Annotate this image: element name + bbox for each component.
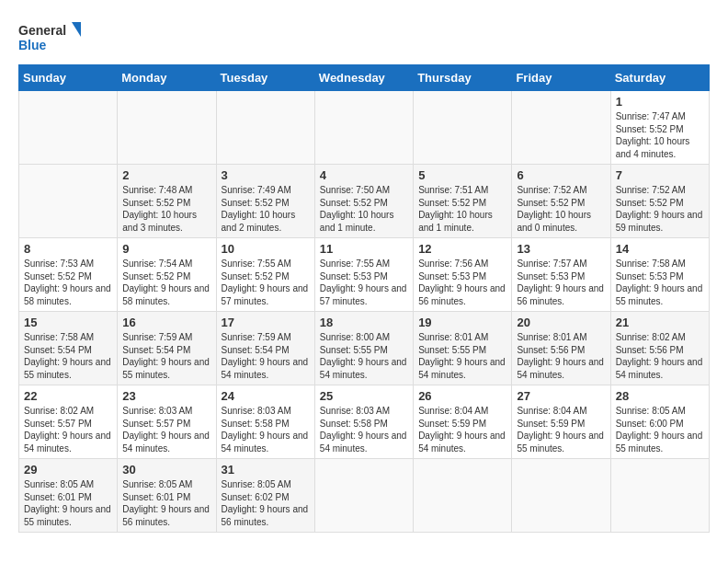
day-info: Sunrise: 7:47 AMSunset: 5:52 PMDaylight:…: [616, 110, 704, 160]
day-number: 14: [616, 242, 704, 256]
day-info: Sunrise: 7:52 AMSunset: 5:52 PMDaylight:…: [517, 184, 605, 234]
calendar-cell: [19, 165, 118, 238]
calendar-cell: 16Sunrise: 7:59 AMSunset: 5:54 PMDayligh…: [118, 312, 216, 385]
calendar-cell: 11Sunrise: 7:55 AMSunset: 5:53 PMDayligh…: [314, 238, 413, 312]
calendar-cell: 21Sunrise: 8:02 AMSunset: 5:56 PMDayligh…: [610, 312, 709, 385]
day-info: Sunrise: 8:05 AMSunset: 6:01 PMDaylight:…: [24, 478, 112, 528]
calendar-cell: 6Sunrise: 7:52 AMSunset: 5:52 PMDaylight…: [512, 165, 610, 238]
calendar-row: 29Sunrise: 8:05 AMSunset: 6:01 PMDayligh…: [19, 459, 710, 533]
calendar-cell: 7Sunrise: 7:52 AMSunset: 5:52 PMDaylight…: [610, 165, 709, 238]
day-number: 20: [517, 316, 605, 329]
calendar-cell: [414, 459, 512, 533]
calendar-cell: 24Sunrise: 8:03 AMSunset: 5:58 PMDayligh…: [216, 385, 314, 459]
day-number: 22: [24, 389, 112, 403]
day-number: 25: [320, 389, 408, 403]
calendar-cell: [512, 459, 610, 533]
day-info: Sunrise: 7:50 AMSunset: 5:52 PMDaylight:…: [320, 184, 408, 234]
calendar-cell: 5Sunrise: 7:51 AMSunset: 5:52 PMDaylight…: [414, 165, 512, 238]
calendar-cell: 27Sunrise: 8:04 AMSunset: 5:59 PMDayligh…: [512, 385, 610, 459]
day-number: 6: [517, 168, 605, 182]
calendar-cell: 20Sunrise: 8:01 AMSunset: 5:56 PMDayligh…: [512, 312, 610, 385]
day-info: Sunrise: 8:00 AMSunset: 5:55 PMDaylight:…: [320, 331, 408, 381]
calendar-cell: 25Sunrise: 8:03 AMSunset: 5:58 PMDayligh…: [314, 385, 413, 459]
col-header-sunday: Sunday: [19, 65, 118, 91]
logo: General Blue: [18, 18, 83, 55]
day-info: Sunrise: 8:02 AMSunset: 5:56 PMDaylight:…: [616, 331, 704, 381]
calendar-cell: 18Sunrise: 8:00 AMSunset: 5:55 PMDayligh…: [314, 312, 413, 385]
day-number: 23: [122, 389, 210, 403]
calendar-cell: 12Sunrise: 7:56 AMSunset: 5:53 PMDayligh…: [414, 238, 512, 312]
col-header-friday: Friday: [512, 65, 610, 91]
day-info: Sunrise: 7:56 AMSunset: 5:53 PMDaylight:…: [418, 258, 506, 307]
day-number: 30: [122, 463, 210, 477]
calendar-cell: 26Sunrise: 8:04 AMSunset: 5:59 PMDayligh…: [414, 385, 512, 459]
day-number: 7: [616, 168, 704, 182]
calendar-cell: 31Sunrise: 8:05 AMSunset: 6:02 PMDayligh…: [216, 459, 314, 533]
calendar-cell: 14Sunrise: 7:58 AMSunset: 5:53 PMDayligh…: [610, 238, 709, 312]
day-number: 10: [222, 242, 310, 256]
day-info: Sunrise: 7:59 AMSunset: 5:54 PMDaylight:…: [122, 331, 210, 381]
day-info: Sunrise: 7:57 AMSunset: 5:53 PMDaylight:…: [517, 258, 605, 307]
day-info: Sunrise: 8:04 AMSunset: 5:59 PMDaylight:…: [517, 405, 605, 454]
logo-svg: General Blue: [18, 18, 83, 55]
calendar-cell: 19Sunrise: 8:01 AMSunset: 5:55 PMDayligh…: [414, 312, 512, 385]
calendar-cell: [414, 91, 512, 165]
day-number: 24: [222, 389, 310, 403]
day-info: Sunrise: 8:05 AMSunset: 6:00 PMDaylight:…: [616, 405, 704, 454]
day-number: 12: [418, 242, 506, 256]
calendar-cell: [216, 91, 314, 165]
calendar-row: 15Sunrise: 7:58 AMSunset: 5:54 PMDayligh…: [19, 312, 710, 385]
day-info: Sunrise: 8:03 AMSunset: 5:58 PMDaylight:…: [222, 405, 310, 454]
col-header-wednesday: Wednesday: [314, 65, 413, 91]
day-number: 1: [616, 95, 704, 109]
calendar-cell: [118, 91, 216, 165]
page-header: General Blue: [18, 18, 710, 55]
day-info: Sunrise: 7:58 AMSunset: 5:54 PMDaylight:…: [24, 331, 112, 381]
day-number: 31: [222, 463, 310, 477]
calendar-cell: 28Sunrise: 8:05 AMSunset: 6:00 PMDayligh…: [610, 385, 709, 459]
calendar-cell: [314, 459, 413, 533]
day-info: Sunrise: 7:52 AMSunset: 5:52 PMDaylight:…: [616, 184, 704, 234]
calendar-table: SundayMondayTuesdayWednesdayThursdayFrid…: [18, 64, 710, 533]
day-info: Sunrise: 7:54 AMSunset: 5:52 PMDaylight:…: [122, 258, 210, 307]
day-number: 15: [24, 316, 112, 329]
day-info: Sunrise: 7:53 AMSunset: 5:52 PMDaylight:…: [24, 258, 112, 307]
day-info: Sunrise: 7:49 AMSunset: 5:52 PMDaylight:…: [222, 184, 310, 234]
day-number: 21: [616, 316, 704, 329]
day-number: 3: [222, 168, 310, 182]
day-info: Sunrise: 7:55 AMSunset: 5:53 PMDaylight:…: [320, 258, 408, 307]
day-info: Sunrise: 8:05 AMSunset: 6:02 PMDaylight:…: [222, 478, 310, 528]
day-number: 29: [24, 463, 112, 477]
calendar-row: 2Sunrise: 7:48 AMSunset: 5:52 PMDaylight…: [19, 165, 710, 238]
calendar-cell: 23Sunrise: 8:03 AMSunset: 5:57 PMDayligh…: [118, 385, 216, 459]
day-info: Sunrise: 8:03 AMSunset: 5:57 PMDaylight:…: [122, 405, 210, 454]
day-number: 27: [517, 389, 605, 403]
day-info: Sunrise: 8:05 AMSunset: 6:01 PMDaylight:…: [122, 478, 210, 528]
col-header-thursday: Thursday: [414, 65, 512, 91]
day-number: 4: [320, 168, 408, 182]
header-row: SundayMondayTuesdayWednesdayThursdayFrid…: [19, 65, 710, 91]
day-number: 26: [418, 389, 506, 403]
day-number: 2: [122, 168, 210, 182]
col-header-monday: Monday: [118, 65, 216, 91]
day-number: 8: [24, 242, 112, 256]
day-number: 11: [320, 242, 408, 256]
calendar-cell: [610, 459, 709, 533]
day-number: 17: [222, 316, 310, 329]
calendar-cell: [19, 91, 118, 165]
calendar-cell: 9Sunrise: 7:54 AMSunset: 5:52 PMDaylight…: [118, 238, 216, 312]
day-number: 9: [122, 242, 210, 256]
calendar-cell: [314, 91, 413, 165]
day-number: 5: [418, 168, 506, 182]
col-header-saturday: Saturday: [610, 65, 709, 91]
day-number: 28: [616, 389, 704, 403]
day-info: Sunrise: 7:58 AMSunset: 5:53 PMDaylight:…: [616, 258, 704, 307]
calendar-cell: 22Sunrise: 8:02 AMSunset: 5:57 PMDayligh…: [19, 385, 118, 459]
day-info: Sunrise: 7:51 AMSunset: 5:52 PMDaylight:…: [418, 184, 506, 234]
calendar-cell: [512, 91, 610, 165]
col-header-tuesday: Tuesday: [216, 65, 314, 91]
svg-text:General: General: [18, 23, 66, 38]
calendar-cell: 29Sunrise: 8:05 AMSunset: 6:01 PMDayligh…: [19, 459, 118, 533]
day-number: 16: [122, 316, 210, 329]
calendar-cell: 2Sunrise: 7:48 AMSunset: 5:52 PMDaylight…: [118, 165, 216, 238]
